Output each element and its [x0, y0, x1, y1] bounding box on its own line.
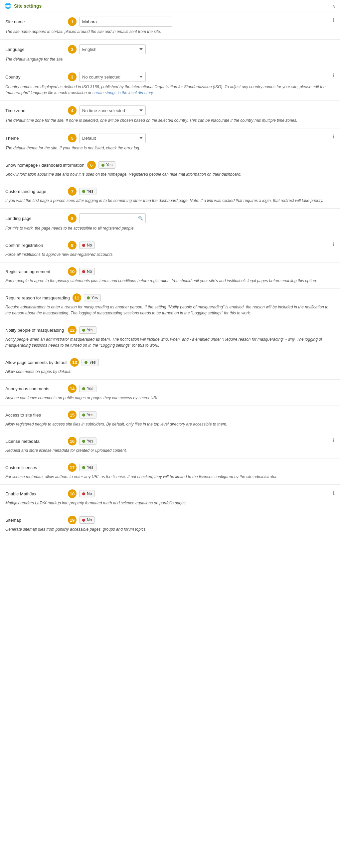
toggle-value-16[interactable]: Yes	[79, 437, 96, 445]
setting-description-11: Require administrators to enter a reason…	[5, 304, 335, 316]
setting-row-17: Custom licenses 17 Yes For license metad…	[0, 459, 340, 485]
toggle-value-9[interactable]: No	[79, 242, 95, 249]
toggle-label-10: No	[87, 269, 92, 274]
toggle-label-18: No	[87, 491, 92, 496]
setting-main-10: Registration agreement 10 No	[5, 267, 335, 276]
setting-main-17: Custom licenses 17 Yes	[5, 463, 335, 472]
site-name-input[interactable]	[79, 17, 172, 27]
setting-label-4: Time zone	[5, 108, 65, 113]
setting-label-8: Landing page	[5, 216, 65, 221]
toggle-label-14: Yes	[87, 386, 93, 391]
setting-main-5: Theme 5 Default	[5, 133, 335, 143]
toggle-label-6: Yes	[106, 163, 113, 167]
setting-main-6: Show homepage / dashboard information 6 …	[5, 161, 335, 169]
info-icon-1[interactable]: ℹ	[333, 17, 335, 23]
toggle-value-12[interactable]: Yes	[79, 327, 96, 334]
page-header: 🌐 Site settings ∧	[0, 0, 340, 12]
toggle-dot-9	[82, 244, 85, 247]
select-2[interactable]: English	[79, 44, 146, 54]
select-3[interactable]: No country selected	[79, 72, 146, 82]
setting-label-10: Registration agreement	[5, 269, 65, 274]
setting-label-7: Custom landing page	[5, 189, 65, 194]
setting-main-16: License metadata 16 Yes	[5, 437, 335, 445]
step-badge-2: 2	[68, 45, 76, 54]
step-badge-16: 16	[68, 437, 76, 445]
setting-description-5: The default theme for the site. If your …	[5, 145, 335, 151]
toggle-15: Yes	[79, 411, 96, 418]
setting-main-3: Country 3 No country selected	[5, 72, 335, 82]
step-badge-8: 8	[68, 214, 76, 223]
toggle-label-15: Yes	[87, 412, 93, 417]
toggle-value-11[interactable]: Yes	[84, 294, 101, 302]
toggle-label-13: Yes	[89, 360, 96, 365]
setting-label-1: Site name	[5, 19, 65, 24]
toggle-value-7[interactable]: Yes	[79, 188, 96, 195]
setting-description-19: Generate sitemap files from publicly acc…	[5, 526, 335, 532]
toggle-dot-18	[82, 492, 85, 495]
toggle-6: Yes	[98, 161, 116, 169]
collapse-icon[interactable]: ∧	[332, 3, 335, 9]
setting-description-16: Request and store license metadata for c…	[5, 447, 335, 454]
setting-label-15: Access to site files	[5, 412, 65, 417]
step-badge-10: 10	[68, 267, 76, 276]
header-left: 🌐 Site settings	[5, 3, 41, 9]
settings-container: Site name 1 The site name appears in cer…	[0, 12, 340, 537]
toggle-dot-10	[82, 270, 85, 273]
info-icon-18[interactable]: ℹ	[333, 490, 335, 496]
toggle-label-7: Yes	[87, 189, 93, 194]
step-badge-4: 4	[68, 106, 76, 115]
setting-row-4: Time zone 4 No time zone selected The de…	[0, 101, 340, 128]
step-badge-14: 14	[68, 384, 76, 393]
setting-label-9: Confirm registration	[5, 243, 65, 248]
toggle-11: Yes	[84, 294, 101, 302]
setting-description-10: Force people to agree to the privacy sta…	[5, 278, 335, 284]
toggle-value-10[interactable]: No	[79, 268, 95, 275]
toggle-value-15[interactable]: Yes	[79, 411, 96, 418]
toggle-value-13[interactable]: Yes	[82, 359, 99, 366]
landing-page-search[interactable]	[79, 213, 146, 223]
setting-main-14: Anonymous comments 14 Yes	[5, 384, 335, 393]
setting-description-14: Anyone can leave comments on public page…	[5, 395, 335, 401]
setting-row-16: License metadata 16 Yes Request and stor…	[0, 432, 340, 459]
step-badge-18: 18	[68, 489, 76, 498]
step-badge-17: 17	[68, 463, 76, 472]
select-4[interactable]: No time zone selected	[79, 105, 146, 116]
toggle-dot-19	[82, 519, 85, 522]
toggle-label-17: Yes	[87, 465, 93, 470]
setting-label-2: Language	[5, 47, 65, 52]
setting-main-15: Access to site files 15 Yes	[5, 410, 335, 419]
toggle-value-18[interactable]: No	[79, 490, 95, 497]
toggle-value-6[interactable]: Yes	[98, 161, 116, 169]
toggle-label-9: No	[87, 243, 92, 248]
setting-label-6: Show homepage / dashboard information	[5, 163, 85, 168]
toggle-dot-13	[85, 361, 88, 364]
setting-label-13: Allow page comments by default	[5, 360, 67, 365]
setting-description-6: Show information about the site and how …	[5, 171, 335, 177]
setting-description-17: For license metadata, allow authors to e…	[5, 474, 335, 480]
toggle-dot-12	[82, 329, 85, 332]
toggle-dot-7	[82, 190, 85, 193]
info-icon-5[interactable]: ℹ	[333, 134, 335, 140]
info-icon-16[interactable]: ℹ	[333, 437, 335, 443]
setting-label-16: License metadata	[5, 439, 65, 444]
toggle-value-19[interactable]: No	[79, 516, 95, 524]
setting-row-12: Notify people of masquerading 12 Yes Not…	[0, 321, 340, 353]
setting-main-9: Confirm registration 9 No	[5, 241, 335, 250]
setting-label-3: Country	[5, 74, 65, 80]
step-badge-13: 13	[70, 358, 79, 367]
page-title: Site settings	[14, 3, 41, 9]
toggle-9: No	[79, 242, 95, 249]
create-strings-link[interactable]: create strings in the local directory	[92, 91, 153, 95]
setting-main-18: Enable MathJax 18 No	[5, 489, 335, 498]
select-5[interactable]: Default	[79, 133, 146, 143]
toggle-value-17[interactable]: Yes	[79, 464, 96, 471]
toggle-dot-15	[82, 413, 85, 416]
info-icon-3[interactable]: ℹ	[333, 72, 335, 79]
info-icon-9[interactable]: ℹ	[333, 242, 335, 248]
setting-label-19: Sitemap	[5, 518, 65, 523]
toggle-14: Yes	[79, 385, 96, 392]
toggle-value-14[interactable]: Yes	[79, 385, 96, 392]
search-container-8: 🔍	[79, 213, 146, 223]
setting-row-10: Registration agreement 10 No Force peopl…	[0, 262, 340, 289]
toggle-19: No	[79, 516, 95, 524]
